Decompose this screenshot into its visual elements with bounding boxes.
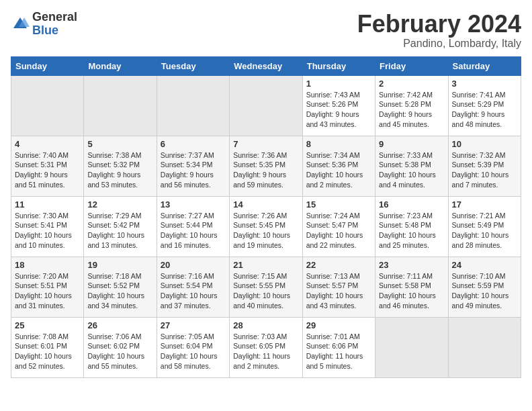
day-number: 13 — [161, 199, 226, 210]
day-number: 27 — [161, 320, 226, 330]
day-info: Sunrise: 7:27 AM Sunset: 5:44 PM Dayligh… — [161, 211, 226, 250]
logo-icon — [11, 15, 30, 34]
day-number: 12 — [87, 199, 152, 210]
table-row: 10Sunrise: 7:32 AM Sunset: 5:39 PM Dayli… — [448, 136, 521, 196]
day-info: Sunrise: 7:38 AM Sunset: 5:32 PM Dayligh… — [87, 150, 152, 190]
day-number: 18 — [15, 260, 80, 270]
table-row: 21Sunrise: 7:15 AM Sunset: 5:55 PM Dayli… — [230, 257, 302, 317]
table-row — [157, 75, 229, 136]
day-number: 28 — [233, 320, 298, 330]
day-number: 1 — [306, 79, 371, 89]
table-row: 3Sunrise: 7:41 AM Sunset: 5:29 PM Daylig… — [448, 75, 521, 136]
col-tuesday: Tuesday — [157, 56, 229, 75]
table-row — [375, 317, 448, 377]
day-number: 5 — [87, 139, 152, 149]
table-row: 22Sunrise: 7:13 AM Sunset: 5:57 PM Dayli… — [302, 257, 375, 317]
table-row: 20Sunrise: 7:16 AM Sunset: 5:54 PM Dayli… — [157, 257, 229, 317]
table-row: 24Sunrise: 7:10 AM Sunset: 5:59 PM Dayli… — [448, 257, 521, 317]
title-area: February 2024 Pandino, Lombardy, Italy — [357, 11, 521, 50]
day-info: Sunrise: 7:41 AM Sunset: 5:29 PM Dayligh… — [452, 90, 517, 130]
logo-text: General Blue — [32, 11, 77, 38]
day-number: 25 — [15, 320, 80, 330]
day-info: Sunrise: 7:11 AM Sunset: 5:58 PM Dayligh… — [379, 271, 444, 311]
day-number: 4 — [15, 139, 80, 149]
table-row: 18Sunrise: 7:20 AM Sunset: 5:51 PM Dayli… — [11, 257, 84, 317]
day-number: 7 — [233, 139, 298, 149]
day-info: Sunrise: 7:30 AM Sunset: 5:41 PM Dayligh… — [15, 211, 80, 250]
day-info: Sunrise: 7:13 AM Sunset: 5:57 PM Dayligh… — [306, 271, 371, 311]
calendar-week-row: 1Sunrise: 7:43 AM Sunset: 5:26 PM Daylig… — [11, 75, 521, 136]
table-row: 12Sunrise: 7:29 AM Sunset: 5:42 PM Dayli… — [84, 196, 157, 257]
logo-blue: Blue — [32, 24, 58, 37]
table-row — [11, 75, 84, 136]
day-info: Sunrise: 7:29 AM Sunset: 5:42 PM Dayligh… — [87, 211, 152, 250]
day-number: 24 — [452, 260, 517, 270]
table-row: 19Sunrise: 7:18 AM Sunset: 5:52 PM Dayli… — [84, 257, 157, 317]
day-info: Sunrise: 7:26 AM Sunset: 5:45 PM Dayligh… — [233, 211, 298, 250]
calendar-week-row: 4Sunrise: 7:40 AM Sunset: 5:31 PM Daylig… — [11, 136, 521, 196]
table-row: 9Sunrise: 7:33 AM Sunset: 5:38 PM Daylig… — [375, 136, 448, 196]
table-row: 26Sunrise: 7:06 AM Sunset: 6:02 PM Dayli… — [84, 317, 157, 377]
day-info: Sunrise: 7:36 AM Sunset: 5:35 PM Dayligh… — [233, 150, 298, 190]
col-friday: Friday — [375, 56, 448, 75]
day-number: 23 — [379, 260, 444, 270]
col-saturday: Saturday — [448, 56, 521, 75]
table-row: 4Sunrise: 7:40 AM Sunset: 5:31 PM Daylig… — [11, 136, 84, 196]
calendar-table: Sunday Monday Tuesday Wednesday Thursday… — [11, 56, 521, 378]
day-number: 6 — [161, 139, 226, 149]
day-number: 29 — [306, 320, 371, 330]
table-row: 2Sunrise: 7:42 AM Sunset: 5:28 PM Daylig… — [375, 75, 448, 136]
day-number: 19 — [87, 260, 152, 270]
day-info: Sunrise: 7:42 AM Sunset: 5:28 PM Dayligh… — [379, 90, 444, 130]
table-row: 23Sunrise: 7:11 AM Sunset: 5:58 PM Dayli… — [375, 257, 448, 317]
table-row: 8Sunrise: 7:34 AM Sunset: 5:36 PM Daylig… — [302, 136, 375, 196]
table-row: 27Sunrise: 7:05 AM Sunset: 6:04 PM Dayli… — [157, 317, 229, 377]
day-info: Sunrise: 7:34 AM Sunset: 5:36 PM Dayligh… — [306, 150, 371, 190]
day-info: Sunrise: 7:32 AM Sunset: 5:39 PM Dayligh… — [452, 150, 517, 190]
day-number: 20 — [161, 260, 226, 270]
table-row: 15Sunrise: 7:24 AM Sunset: 5:47 PM Dayli… — [302, 196, 375, 257]
day-info: Sunrise: 7:37 AM Sunset: 5:34 PM Dayligh… — [161, 150, 226, 190]
day-number: 16 — [379, 199, 444, 210]
day-info: Sunrise: 7:16 AM Sunset: 5:54 PM Dayligh… — [161, 271, 226, 311]
table-row: 28Sunrise: 7:03 AM Sunset: 6:05 PM Dayli… — [230, 317, 302, 377]
day-info: Sunrise: 7:05 AM Sunset: 6:04 PM Dayligh… — [161, 332, 226, 371]
col-thursday: Thursday — [302, 56, 375, 75]
day-number: 9 — [379, 139, 444, 149]
day-info: Sunrise: 7:40 AM Sunset: 5:31 PM Dayligh… — [15, 150, 80, 190]
table-row: 6Sunrise: 7:37 AM Sunset: 5:34 PM Daylig… — [157, 136, 229, 196]
month-title: February 2024 — [357, 11, 521, 38]
day-info: Sunrise: 7:15 AM Sunset: 5:55 PM Dayligh… — [233, 271, 298, 311]
day-number: 21 — [233, 260, 298, 270]
day-number: 14 — [233, 199, 298, 210]
day-info: Sunrise: 7:43 AM Sunset: 5:26 PM Dayligh… — [306, 90, 371, 130]
calendar-week-row: 18Sunrise: 7:20 AM Sunset: 5:51 PM Dayli… — [11, 257, 521, 317]
calendar-week-row: 25Sunrise: 7:08 AM Sunset: 6:01 PM Dayli… — [11, 317, 521, 377]
day-info: Sunrise: 7:08 AM Sunset: 6:01 PM Dayligh… — [15, 332, 80, 371]
table-row — [84, 75, 157, 136]
day-info: Sunrise: 7:03 AM Sunset: 6:05 PM Dayligh… — [233, 332, 298, 371]
table-row — [448, 317, 521, 377]
table-row: 17Sunrise: 7:21 AM Sunset: 5:49 PM Dayli… — [448, 196, 521, 257]
day-number: 17 — [452, 199, 517, 210]
day-info: Sunrise: 7:06 AM Sunset: 6:02 PM Dayligh… — [87, 332, 152, 371]
day-info: Sunrise: 7:01 AM Sunset: 6:06 PM Dayligh… — [306, 332, 371, 371]
day-info: Sunrise: 7:33 AM Sunset: 5:38 PM Dayligh… — [379, 150, 444, 190]
day-info: Sunrise: 7:24 AM Sunset: 5:47 PM Dayligh… — [306, 211, 371, 250]
table-row: 29Sunrise: 7:01 AM Sunset: 6:06 PM Dayli… — [302, 317, 375, 377]
logo: General Blue — [11, 11, 77, 38]
col-sunday: Sunday — [11, 56, 84, 75]
table-row: 14Sunrise: 7:26 AM Sunset: 5:45 PM Dayli… — [230, 196, 302, 257]
col-monday: Monday — [84, 56, 157, 75]
day-number: 3 — [452, 79, 517, 89]
location: Pandino, Lombardy, Italy — [357, 38, 521, 50]
table-row: 16Sunrise: 7:23 AM Sunset: 5:48 PM Dayli… — [375, 196, 448, 257]
day-number: 10 — [452, 139, 517, 149]
day-number: 26 — [87, 320, 152, 330]
day-info: Sunrise: 7:21 AM Sunset: 5:49 PM Dayligh… — [452, 211, 517, 250]
day-number: 22 — [306, 260, 371, 270]
col-wednesday: Wednesday — [230, 56, 302, 75]
calendar-header-row: Sunday Monday Tuesday Wednesday Thursday… — [11, 56, 521, 75]
logo-general: General — [32, 10, 77, 24]
day-number: 11 — [15, 199, 80, 210]
